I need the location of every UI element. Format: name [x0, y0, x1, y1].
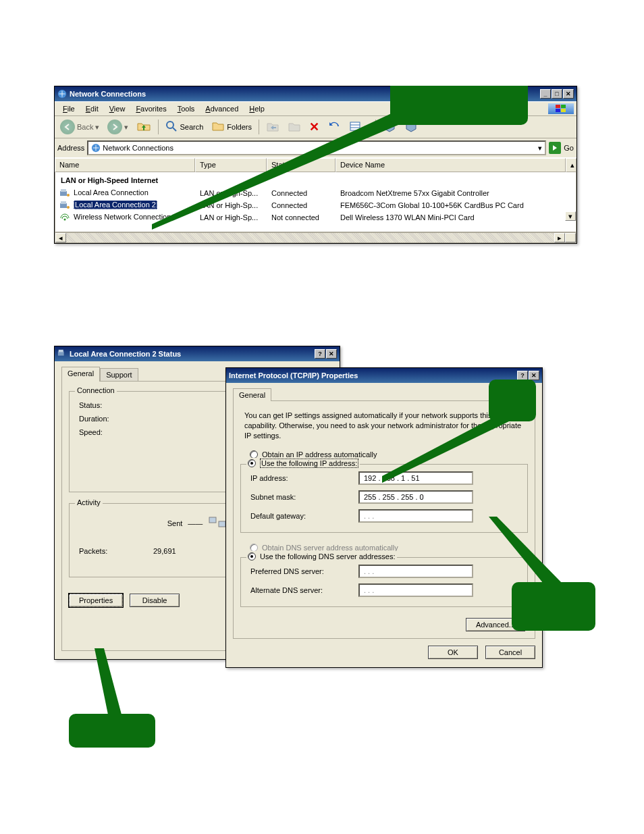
menu-view[interactable]: View	[104, 103, 131, 114]
connection-group-label: Connection	[75, 386, 117, 394]
back-icon	[60, 120, 75, 134]
tab-general[interactable]: General	[233, 388, 271, 401]
default-gateway-input[interactable]: . . .	[358, 509, 473, 523]
go-arrow-icon	[551, 144, 559, 152]
up-button[interactable]	[134, 118, 154, 136]
network-adapter-icon	[59, 188, 70, 198]
svg-point-14	[67, 194, 70, 197]
callout-pointer-icon	[152, 108, 408, 233]
forward-icon	[107, 120, 122, 134]
callout-box	[489, 380, 536, 421]
use-dns-radio[interactable]: Use the following DNS server addresses:	[248, 552, 396, 561]
go-label: Go	[564, 144, 574, 152]
alternate-dns-label: Alternate DNS server:	[250, 586, 358, 594]
properties-button[interactable]: Properties	[69, 594, 123, 607]
horizontal-scrollbar[interactable]: ◂ ▸	[55, 232, 576, 243]
preferred-dns-input[interactable]: . . .	[358, 565, 473, 578]
close-button[interactable]: ✕	[326, 349, 337, 359]
folder-up-icon	[136, 120, 151, 134]
close-button[interactable]: ✕	[563, 89, 574, 99]
cancel-button[interactable]: Cancel	[485, 646, 535, 659]
scroll-down-button[interactable]: ▾	[565, 211, 576, 221]
wireless-adapter-icon	[59, 213, 70, 222]
status-label: Status:	[79, 401, 153, 409]
subnet-mask-input[interactable]: 255 . 255 . 255 . 0	[358, 490, 473, 504]
tab-general[interactable]: General	[61, 367, 100, 382]
svg-point-17	[67, 206, 70, 209]
ok-button[interactable]: OK	[428, 646, 478, 659]
default-gateway-label: Default gateway:	[250, 512, 358, 520]
svg-rect-16	[61, 201, 66, 204]
use-ip-radio[interactable]: Use the following IP address:	[248, 459, 358, 468]
duration-label: Duration:	[79, 415, 153, 423]
titlebar[interactable]: Local Area Connection 2 Status ? ✕	[55, 346, 340, 361]
svg-rect-13	[61, 189, 66, 192]
preferred-dns-label: Preferred DNS server:	[250, 567, 358, 575]
packets-value: 29,691	[153, 547, 176, 555]
size-grip-icon[interactable]	[565, 233, 576, 242]
speed-label: Speed:	[79, 428, 153, 436]
minimize-button[interactable]: _	[540, 89, 551, 99]
menu-file[interactable]: File	[57, 103, 80, 114]
subnet-mask-label: Subnet mask:	[250, 493, 358, 501]
help-button[interactable]: ?	[315, 349, 325, 359]
svg-rect-20	[59, 350, 63, 353]
scrollbar-track[interactable]	[66, 233, 554, 242]
packets-label: Packets:	[79, 547, 153, 555]
col-scroll[interactable]: ▴	[566, 158, 576, 172]
activity-group-label: Activity	[75, 498, 103, 506]
svg-rect-1	[556, 105, 560, 108]
help-button[interactable]: ?	[517, 371, 528, 380]
back-button[interactable]: Back ▾	[57, 118, 102, 136]
disable-button[interactable]: Disable	[130, 594, 180, 607]
menu-edit[interactable]: Edit	[80, 103, 104, 114]
forward-button[interactable]: ▾	[105, 118, 131, 136]
svg-rect-3	[556, 109, 560, 112]
callout-box	[512, 582, 595, 631]
go-button[interactable]	[549, 142, 561, 154]
alternate-dns-input[interactable]: . . .	[358, 583, 473, 597]
svg-rect-15	[60, 203, 67, 208]
scroll-right-button[interactable]: ▸	[554, 233, 565, 242]
svg-point-18	[64, 219, 66, 221]
svg-rect-19	[58, 352, 64, 356]
svg-rect-22	[219, 521, 225, 527]
dialog-title: Local Area Connection 2 Status	[70, 350, 315, 358]
svg-marker-25	[489, 517, 563, 591]
network-icon	[91, 143, 101, 153]
ip-address-label: IP address:	[250, 474, 358, 482]
svg-marker-23	[152, 108, 403, 230]
activity-computers-icon	[208, 515, 227, 532]
maximize-button[interactable]: □	[552, 89, 562, 99]
callout-pointer-icon	[95, 648, 135, 716]
network-adapter-icon	[59, 201, 70, 210]
network-adapter-icon	[57, 349, 67, 359]
address-label: Address	[57, 144, 84, 152]
dropdown-icon[interactable]: ▾	[538, 144, 542, 153]
svg-marker-26	[95, 648, 122, 714]
svg-rect-2	[561, 105, 566, 108]
scroll-left-button[interactable]: ◂	[55, 233, 66, 242]
svg-rect-12	[60, 191, 67, 196]
callout-box	[69, 714, 155, 748]
tab-support[interactable]: Support	[100, 368, 138, 382]
callout-box	[390, 86, 528, 125]
svg-rect-21	[209, 517, 216, 523]
svg-rect-4	[561, 109, 566, 112]
network-icon	[57, 89, 67, 99]
dialog-title: Internet Protocol (TCP/IP) Properties	[229, 371, 517, 380]
windows-logo-icon	[548, 103, 574, 114]
sent-label: Sent	[167, 519, 183, 527]
close-button[interactable]: ✕	[529, 371, 539, 380]
